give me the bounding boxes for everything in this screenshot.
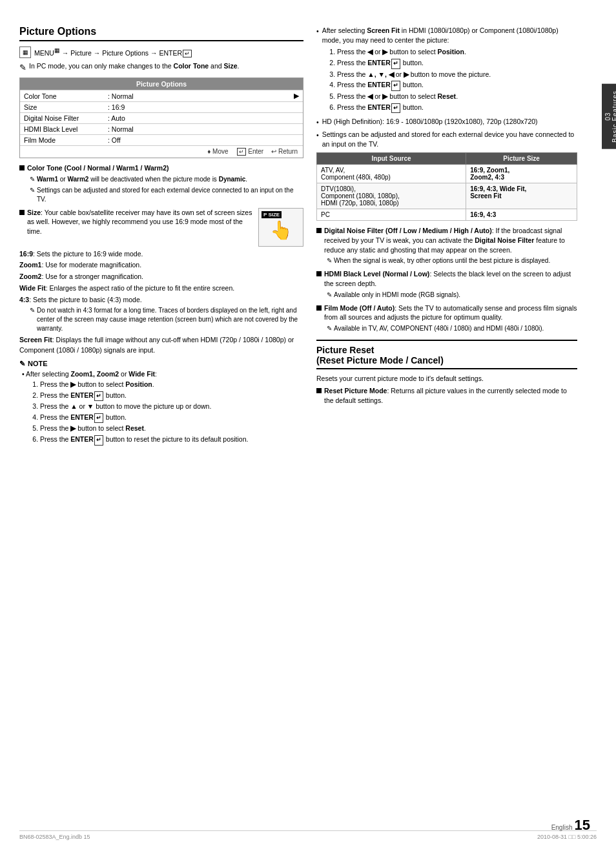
dnf-bullet <box>316 228 322 233</box>
page-number: 15 <box>575 817 590 833</box>
table-row-pc: PC 16:9, 4:3 <box>317 209 577 221</box>
options-nav-bar: ♦ Move ↵ Enter ↩ Return <box>20 145 303 158</box>
hdmi-bullet <box>316 271 322 276</box>
settings-note: • Settings can be adjusted and stored fo… <box>316 130 577 149</box>
hand-icon: 👆 <box>270 220 293 241</box>
film-heading: Film Mode (Off / Auto): Sets the TV to a… <box>316 303 577 322</box>
pc-mode-note: ✎ In PC mode, you can only make changes … <box>19 62 303 72</box>
option-value-size: : 16:9 <box>108 103 289 111</box>
input-picture-table: Input Source Picture Size ATV, AV,Compon… <box>316 152 577 221</box>
page-number-area: English 15 <box>551 817 590 834</box>
option-arrow-colortone: ▶ <box>289 92 299 100</box>
footer-bar: BN68-02583A_Eng.indb 15 2010-08-31 □□ 5:… <box>19 830 597 840</box>
options-row-colortone: Color Tone : Normal ▶ <box>20 90 303 101</box>
sf-step-5: Press the ◀ or ▶ button to select Reset. <box>337 92 577 102</box>
nav-return: ↩ Return <box>271 148 298 156</box>
picture-reset-title: Picture Reset (Reset Picture Mode / Canc… <box>316 345 577 369</box>
nav-move: ♦ Move <box>207 148 228 156</box>
colortone-note1-text: Warm1 or Warm2 will be deactivated when … <box>37 175 247 184</box>
note-step-2: Press the ENTER↵ button. <box>40 391 303 402</box>
options-table-header: Picture Options <box>20 78 303 90</box>
film-title: Film Mode (Off / Auto): Sets the TV to a… <box>324 303 577 322</box>
sf-step-4: Press the ENTER↵ button. <box>337 80 577 91</box>
page-lang: English <box>551 824 573 831</box>
hdmi-heading: HDMI Black Level (Normal / Low): Selects… <box>316 269 577 288</box>
section-title: Picture Options <box>19 26 303 41</box>
pc-mode-text: In PC mode, you can only make changes to… <box>29 62 239 70</box>
pencil-icon: ✎ <box>30 175 35 184</box>
size-section: Size: Your cable box/satellite receiver … <box>19 208 303 356</box>
screen-fit-steps: Press the ◀ or ▶ button to select Positi… <box>327 47 577 113</box>
dot-icon: • <box>316 26 319 36</box>
option-label-colortone: Color Tone <box>24 92 108 100</box>
sf-step-1: Press the ◀ or ▶ button to select Positi… <box>337 47 577 57</box>
footer-left: BN68-02583A_Eng.indb 15 <box>19 834 90 840</box>
screen-fit-right-text: After selecting Screen Fit in HDMI (1080… <box>322 26 577 45</box>
screen-fit-right-note: • After selecting Screen Fit in HDMI (10… <box>316 26 577 45</box>
reset-mode-section: Reset Picture Mode: Returns all picture … <box>316 386 577 405</box>
sf-step-3: Press the ▲, ▼, ◀ or ▶ button to move th… <box>337 70 577 80</box>
reset-mode-heading: Reset Picture Mode: Returns all picture … <box>316 386 577 405</box>
reset-mode-text: Reset Picture Mode: Returns all picture … <box>324 386 577 405</box>
picture-reset-desc: Resets your current picture mode to it's… <box>316 375 577 382</box>
pencil-icon2: ✎ <box>30 186 35 195</box>
nav-enter: ↵ Enter <box>236 148 264 156</box>
pencil-icon3: ✎ <box>30 306 35 315</box>
option-value-dnf: : Auto <box>108 114 289 122</box>
section-divider <box>316 340 577 341</box>
film-note: ✎ Available in TV, AV, COMPONENT (480i /… <box>327 324 577 333</box>
table-cell-source-atv: ATV, AV,Component (480i, 480p) <box>317 165 466 183</box>
table-cell-size-pc: 16:9, 4:3 <box>466 209 577 221</box>
psize-image: P SIZE 👆 <box>258 208 303 247</box>
colortone-section: Color Tone (Cool / Normal / Warm1 / Warm… <box>19 163 303 204</box>
option-label-hdmi: HDMI Black Level <box>24 125 108 133</box>
note-text: NOTE <box>28 360 48 367</box>
hdmi-note: ✎ Available only in HDMI mode (RGB signa… <box>327 291 577 300</box>
options-row-size: Size : 16:9 <box>20 101 303 112</box>
options-table: Picture Options Color Tone : Normal ▶ Si… <box>19 77 303 158</box>
sf-step-6: Press the ENTER↵ button. <box>337 103 577 114</box>
option-value-colortone: : Normal <box>108 92 289 100</box>
hd-note: • HD (High Definition): 16:9 - 1080i/108… <box>316 117 577 127</box>
option-value-film: : Off <box>108 136 289 144</box>
dnf-note: ✎ When the signal is weak, try other opt… <box>327 256 577 265</box>
note-step-3: Press the ▲ or ▼ button to move the pict… <box>40 402 303 412</box>
hdmi-title: HDMI Black Level (Normal / Low): Selects… <box>324 269 577 288</box>
table-header-source: Input Source <box>317 153 466 165</box>
pencil-icon5: ✎ <box>327 291 332 300</box>
size-heading: Size: Your cable box/satellite receiver … <box>19 208 253 236</box>
note-step-4: Press the ENTER↵ button. <box>40 413 303 424</box>
option-label-film: Film Mode <box>24 136 108 144</box>
note-pencil-icon: ✎ <box>19 63 26 72</box>
side-tab-text: Basic Features <box>611 90 616 143</box>
film-bullet <box>316 305 322 311</box>
menu-path: ▦ MENU▦ → Picture → Picture Options → EN… <box>19 46 303 58</box>
option-label-dnf: Digital Noise Filter <box>24 114 108 122</box>
table-cell-size-atv: 16:9, Zoom1,Zoom2, 4:3 <box>466 165 577 183</box>
main-columns: Picture Options ▦ MENU▦ → Picture → Pict… <box>0 13 616 448</box>
dnf-section: Digital Noise Filter (Off / Low / Medium… <box>316 226 577 265</box>
film-note-text: Available in TV, AV, COMPONENT (480i / 1… <box>334 324 544 333</box>
hdmi-section: HDMI Black Level (Normal / Low): Selects… <box>316 269 577 299</box>
page-container: 03 Basic Features Picture Options ▦ MENU… <box>0 0 616 853</box>
hd-note-text: HD (High Definition): 16:9 - 1080i/1080p… <box>322 117 538 127</box>
table-row-atv: ATV, AV,Component (480i, 480p) 16:9, Zoo… <box>317 165 577 183</box>
table-cell-source-dtv: DTV(1080i),Component (1080i, 1080p),HDMI… <box>317 183 466 209</box>
left-column: Picture Options ▦ MENU▦ → Picture → Pict… <box>19 26 303 448</box>
bullet-icon <box>19 165 25 170</box>
size-zoom1: Zoom1: Use for moderate magnification. <box>19 260 303 271</box>
pencil-note-icon: ✎ <box>19 360 25 368</box>
film-section: Film Mode (Off / Auto): Sets the TV to a… <box>316 303 577 333</box>
right-column: • After selecting Screen Fit in HDMI (10… <box>316 26 597 448</box>
dot-icon2: • <box>316 118 319 127</box>
size-bullet-icon <box>19 210 25 215</box>
note-after-zoom: • After selecting Zoom1, Zoom2 or Wide F… <box>22 370 303 378</box>
colortone-note1: ✎ Warm1 or Warm2 will be deactivated whe… <box>30 175 303 184</box>
size-title: Size: Your cable box/satellite receiver … <box>27 208 253 236</box>
size-widefit: Wide Fit: Enlarges the aspect ratio of t… <box>19 283 303 294</box>
options-row-film: Film Mode : Off <box>20 134 303 145</box>
dnf-note-text: When the signal is weak, try other optio… <box>334 256 550 265</box>
side-tab-num: 03 <box>604 112 611 121</box>
size-4-3-note-text: Do not watch in 4:3 format for a long ti… <box>37 306 303 333</box>
options-row-dnf: Digital Noise Filter : Auto <box>20 112 303 123</box>
